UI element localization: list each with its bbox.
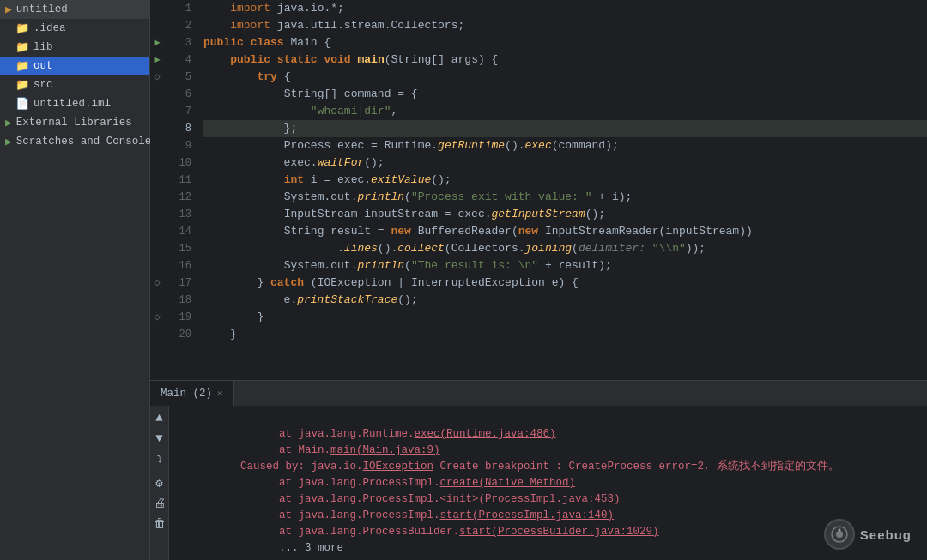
line-num-8: 8 — [166, 120, 191, 137]
console-error-link-7[interactable]: start(ProcessBuilder.java:1029) — [459, 526, 659, 538]
arrow-18 — [150, 292, 164, 309]
scroll-up-button[interactable]: ▲ — [152, 410, 167, 425]
console-tab-main[interactable]: Main (2) ✕ — [150, 381, 234, 406]
console-cause-link[interactable]: IOException — [363, 461, 434, 473]
line-num-6: 6 — [166, 86, 191, 103]
sidebar-item-label: src — [33, 79, 53, 91]
line-num-10: 10 — [166, 154, 191, 172]
console-error-link-1[interactable]: exec(Runtime.java:486) — [415, 428, 556, 440]
line-num-12: 12 — [166, 189, 191, 206]
arrow-8 — [150, 120, 164, 137]
soft-wrap-button[interactable]: ⤵ — [152, 451, 167, 467]
sidebar-item-external-libraries[interactable]: ▶ External Libraries — [0, 113, 149, 132]
folder-icon: 📁 — [15, 40, 29, 54]
code-line-12: System.out.println("Process exit with va… — [203, 189, 927, 206]
line-num-2: 2 — [166, 17, 191, 34]
sidebar-item-idea[interactable]: 📁 .idea — [0, 19, 149, 38]
settings-button[interactable]: ⚙ — [152, 475, 167, 491]
sidebar-item-label: lib — [33, 41, 53, 53]
arrow-2 — [150, 17, 164, 34]
arrow-5: ◇ — [150, 69, 164, 86]
code-line-16: System.out.println("The result is: \n" +… — [203, 257, 927, 274]
line-number-gutter: 1 2 3 4 5 6 7 8 9 10 11 12 13 14 15 16 1… — [164, 0, 197, 380]
seebug-logo — [824, 519, 855, 550]
sidebar: ▶ untitled 📁 .idea 📁 lib 📁 out 📁 src 📄 u… — [0, 0, 150, 560]
code-editor[interactable]: ▶ ▶ ◇ ◇ ◇ 1 2 3 4 5 6 7 — [150, 0, 927, 380]
arrow-13 — [150, 206, 164, 223]
console-error-link-4[interactable]: create(Native Method) — [440, 477, 576, 489]
code-line-15: .lines().collect(Collectors.joining(deli… — [203, 240, 927, 257]
arrow-1 — [150, 0, 164, 17]
code-content[interactable]: import java.io.*; import java.util.strea… — [197, 0, 927, 380]
console-output[interactable]: at java.lang.Runtime.exec(Runtime.java:4… — [169, 406, 927, 560]
print-button[interactable]: 🖨 — [152, 496, 167, 511]
main-area: ▶ ▶ ◇ ◇ ◇ 1 2 3 4 5 6 7 — [150, 0, 927, 560]
code-line-1: import java.io.*; — [203, 0, 927, 17]
sidebar-item-untitled[interactable]: ▶ untitled — [0, 0, 149, 19]
sidebar-item-label: untitled — [16, 3, 68, 15]
sidebar-item-iml[interactable]: 📄 untitled.iml — [0, 94, 149, 113]
folder-icon: ▶ — [5, 3, 12, 16]
line-num-13: 13 — [166, 206, 191, 223]
code-line-19: } — [203, 309, 927, 326]
arrow-17: ◇ — [150, 274, 164, 292]
arrow-15 — [150, 240, 164, 257]
sidebar-item-scratches[interactable]: ▶ Scratches and Consoles — [0, 132, 149, 151]
sidebar-item-label: .idea — [33, 22, 66, 34]
arrow-9 — [150, 137, 164, 154]
code-line-17: } catch (IOException | InterruptedExcept… — [203, 274, 927, 292]
console-error-text-7: at java.lang.ProcessBuilder. — [240, 526, 459, 538]
console-tab-label: Main (2) — [161, 388, 212, 400]
sidebar-item-lib[interactable]: 📁 lib — [0, 38, 149, 57]
sidebar-item-label: out — [33, 60, 53, 72]
scratches-icon: ▶ — [5, 135, 12, 148]
svg-point-1 — [836, 531, 843, 538]
sidebar-item-label: External Libraries — [16, 117, 132, 129]
console-container: Main (2) ✕ ▲ ▼ ⤵ ⚙ 🖨 🗑 at java.lang.Runt… — [150, 380, 927, 560]
console-error-link-5[interactable]: <init>(ProcessImpl.java:453) — [440, 493, 621, 505]
code-line-4: public static void main(String[] args) { — [203, 51, 927, 69]
sidebar-item-out[interactable]: 📁 out — [0, 57, 149, 75]
external-libraries-icon: ▶ — [5, 116, 12, 129]
arrow-3: ▶ — [150, 34, 164, 51]
line-num-3: 3 — [166, 34, 191, 51]
arrow-6 — [150, 86, 164, 103]
arrow-4: ▶ — [150, 51, 164, 69]
line-num-16: 16 — [166, 257, 191, 274]
line-num-17: 17 — [166, 274, 191, 292]
console-more-text: ... 3 more — [240, 542, 343, 554]
code-line-20: } — [203, 326, 927, 343]
seebug-label: Seebug — [860, 527, 912, 542]
svg-point-2 — [838, 529, 840, 532]
code-line-5: try { — [203, 69, 927, 86]
code-line-18: e.printStackTrace(); — [203, 292, 927, 309]
line-num-15: 15 — [166, 240, 191, 257]
console-cause-text-2: Create breakpoint : CreateProcess error=… — [433, 461, 839, 473]
seebug-logo-svg — [830, 525, 849, 544]
scroll-down-button[interactable]: ▼ — [152, 431, 167, 446]
code-line-7: "whoami|dir", — [203, 103, 927, 120]
console-error-text-5: at java.lang.ProcessImpl. — [240, 493, 440, 505]
line-num-4: 4 — [166, 51, 191, 69]
console-error-link-6[interactable]: start(ProcessImpl.java:140) — [440, 509, 615, 521]
line-num-9: 9 — [166, 137, 191, 154]
clear-button[interactable]: 🗑 — [152, 516, 167, 532]
code-line-3: public class Main { — [203, 34, 927, 51]
line-num-20: 20 — [166, 326, 191, 343]
line-num-19: 19 — [166, 309, 191, 326]
sidebar-item-label: Scratches and Consoles — [16, 135, 158, 148]
folder-blue-icon: 📁 — [15, 59, 29, 73]
console-line-1: at java.lang.Runtime.exec(Runtime.java:4… — [176, 410, 920, 426]
console-toolbar: ▲ ▼ ⤵ ⚙ 🖨 🗑 — [150, 406, 169, 560]
folder-icon: 📁 — [15, 78, 29, 92]
code-line-10: exec.waitFor(); — [203, 154, 927, 172]
close-tab-icon[interactable]: ✕ — [217, 388, 223, 399]
console-error-text-4: at java.lang.ProcessImpl. — [240, 477, 440, 489]
iml-icon: 📄 — [15, 97, 29, 111]
arrow-16 — [150, 257, 164, 274]
sidebar-item-src[interactable]: 📁 src — [0, 75, 149, 94]
code-line-8: }; — [203, 120, 927, 137]
console-error-text-2: at Main. — [240, 444, 330, 456]
code-line-11: int i = exec.exitValue(); — [203, 172, 927, 189]
console-error-link-2[interactable]: main(Main.java:9) — [330, 444, 440, 456]
